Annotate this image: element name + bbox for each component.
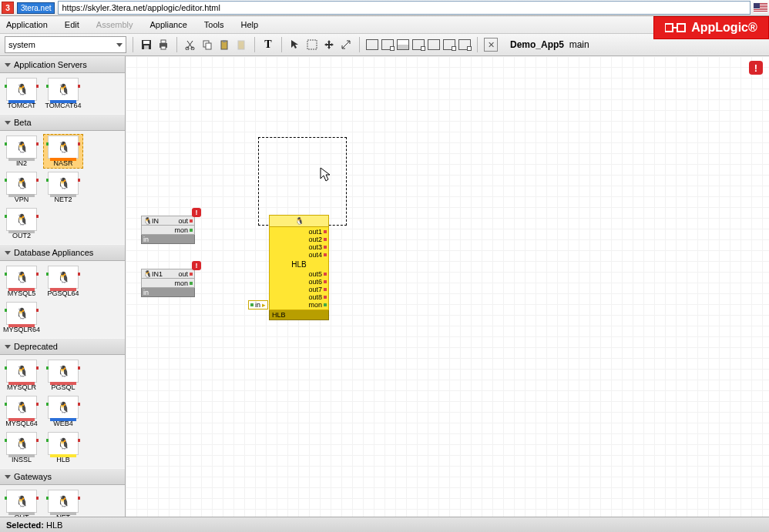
palette-item[interactable]: 🐧PGSQL64	[43, 264, 83, 299]
category-body: 🐧IN2🐧NASR🐧VPN🐧NET2🐧OUT2	[0, 131, 125, 244]
design-canvas[interactable]: ! ! 🐧IN out mon in ! 🐧IN1 out mon in	[126, 56, 769, 517]
palette-item[interactable]: 🐧NET2	[43, 170, 83, 205]
view-mode-7-icon[interactable]	[458, 39, 471, 50]
node-warning-icon[interactable]: !	[192, 208, 201, 217]
port-in-inline[interactable]: in▸	[248, 300, 268, 309]
port-icon[interactable]	[324, 280, 327, 283]
node-header: 🐧	[269, 215, 329, 227]
view-mode-1-icon[interactable]	[366, 39, 378, 50]
category-header[interactable]: Database Appliances	[0, 244, 125, 261]
appliance-icon: 🐧	[48, 396, 79, 419]
breadcrumb-page[interactable]: main	[569, 39, 589, 50]
port-icon[interactable]	[324, 288, 327, 291]
menu-edit[interactable]: Edit	[65, 20, 79, 29]
view-mode-2-icon[interactable]	[381, 39, 394, 50]
port-icon[interactable]	[324, 230, 327, 233]
appliance-icon: 🐧	[6, 302, 37, 325]
view-mode-5-icon[interactable]	[428, 39, 440, 50]
palette-item[interactable]: 🐧OUT	[2, 488, 42, 517]
cut-icon[interactable]	[183, 38, 197, 52]
resize-tool-icon[interactable]	[339, 38, 353, 52]
chevron-down-icon	[5, 475, 11, 479]
port-icon[interactable]	[324, 296, 327, 299]
node-warning-icon[interactable]: !	[192, 261, 201, 270]
canvas-node-hlb[interactable]: 🐧 out1out2out3out4HLBout5out6out7out8in▸…	[269, 215, 329, 320]
category-header[interactable]: Application Servers	[0, 56, 125, 73]
breadcrumb-app[interactable]: Demo_App5	[510, 39, 564, 50]
palette-item[interactable]: 🐧MYSQLR64	[2, 300, 42, 335]
view-mode-6-icon[interactable]	[443, 39, 455, 50]
chevron-down-icon	[5, 251, 11, 255]
category-header[interactable]: Gateways	[0, 468, 125, 485]
port-out-icon[interactable]	[190, 273, 193, 276]
category-body: 🐧MYSQLR🐧PGSQL🐧MYSQL64🐧WEB4🐧INSSL🐧HLB	[0, 355, 125, 468]
palette-item[interactable]: 🐧INSSL	[2, 430, 42, 465]
locale-flag-icon[interactable]	[754, 3, 767, 12]
appliance-icon: 🐧	[6, 266, 37, 289]
selected-label: Selected:	[6, 520, 44, 530]
svg-rect-18	[307, 40, 317, 49]
select-area-icon[interactable]	[305, 38, 319, 52]
palette-item[interactable]: 🐧TOMCAT	[2, 76, 42, 111]
port-out-icon[interactable]	[190, 219, 193, 223]
copy-icon[interactable]	[200, 38, 214, 52]
close-button[interactable]: ✕	[484, 38, 498, 52]
save-icon[interactable]	[139, 38, 153, 52]
site-identity-badge[interactable]: 3tera.net	[17, 2, 55, 14]
port-mon-icon[interactable]	[190, 229, 193, 232]
url-input[interactable]	[58, 1, 751, 15]
svg-rect-14	[206, 43, 211, 49]
scope-selector[interactable]: system	[5, 36, 126, 53]
palette-item[interactable]: 🐧HLB	[43, 430, 83, 465]
svg-rect-1	[677, 24, 685, 32]
pointer-tool-icon[interactable]	[288, 38, 302, 52]
appliance-icon: 🐧	[6, 396, 37, 419]
palette-item[interactable]: 🐧IN2	[2, 134, 42, 169]
canvas-node-in[interactable]: ! 🐧IN out mon in	[141, 216, 195, 244]
move-tool-icon[interactable]	[322, 38, 336, 52]
port-row: out7	[271, 286, 327, 293]
palette-item[interactable]: 🐧NASR	[43, 134, 83, 169]
palette-item[interactable]: 🐧MYSQLR	[2, 358, 42, 393]
port-icon[interactable]	[324, 303, 327, 306]
canvas-node-in1[interactable]: ! 🐧IN1 out mon in	[141, 269, 195, 297]
category-header[interactable]: Deprecated	[0, 338, 125, 355]
menu-appliance[interactable]: Appliance	[149, 20, 186, 29]
port-label: out8	[308, 293, 322, 301]
scope-selector-value: system	[8, 40, 35, 49]
appliance-icon: 🐧	[6, 172, 37, 195]
paste-icon[interactable]	[217, 38, 231, 52]
palette-item[interactable]: 🐧MYSQL5	[2, 264, 42, 299]
palette-item[interactable]: 🐧VPN	[2, 170, 42, 205]
node-label: IN1	[152, 270, 163, 278]
palette-item[interactable]: 🐧WEB4	[43, 394, 83, 429]
appliance-icon: 🐧	[6, 136, 37, 159]
category-header[interactable]: Beta	[0, 114, 125, 131]
palette-item[interactable]: 🐧MYSQL64	[2, 394, 42, 429]
port-icon[interactable]	[324, 253, 327, 256]
port-label-out: out	[178, 217, 188, 225]
canvas-warning-icon[interactable]: !	[749, 61, 763, 75]
print-icon[interactable]	[156, 38, 170, 52]
menu-application[interactable]: Application	[6, 20, 48, 29]
palette-item[interactable]: 🐧TOMCAT64	[43, 76, 83, 111]
svg-rect-0	[665, 24, 673, 32]
appliance-icon: 🐧	[6, 78, 37, 101]
port-mon-icon[interactable]	[190, 282, 193, 285]
port-icon[interactable]	[324, 238, 327, 241]
palette-item[interactable]: 🐧OUT2	[2, 206, 42, 241]
port-icon[interactable]	[324, 246, 327, 249]
palette-item[interactable]: 🐧NET	[43, 488, 83, 517]
view-mode-3-icon[interactable]	[397, 39, 409, 50]
port-icon[interactable]	[324, 273, 327, 276]
menu-tools[interactable]: Tools	[204, 20, 224, 29]
palette-sidebar[interactable]: Application Servers🐧TOMCAT🐧TOMCAT64Beta🐧…	[0, 56, 126, 517]
svg-rect-16	[223, 40, 226, 42]
text-tool-icon[interactable]: T	[261, 38, 275, 52]
chevron-down-icon	[5, 121, 11, 125]
palette-item[interactable]: 🐧PGSQL	[43, 358, 83, 393]
paste-special-icon[interactable]	[234, 38, 248, 52]
menu-help[interactable]: Help	[241, 20, 259, 29]
port-row: in▸mon	[271, 301, 327, 309]
view-mode-4-icon[interactable]	[412, 39, 425, 50]
